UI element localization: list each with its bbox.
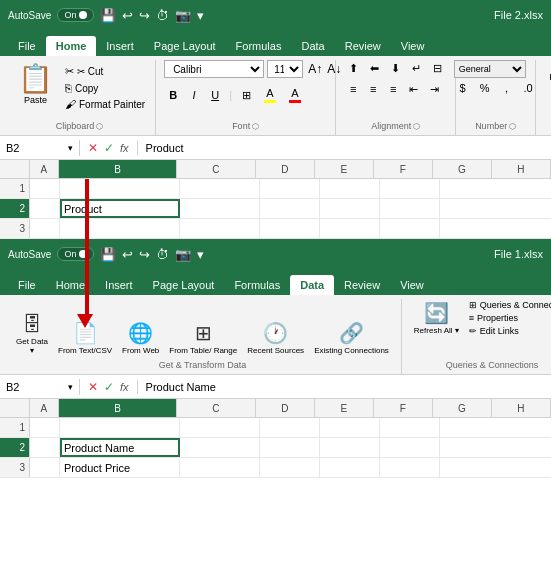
- font-size-select-1[interactable]: 11: [267, 60, 303, 78]
- row-num-3-1[interactable]: 3: [0, 219, 30, 238]
- cell-B3-2[interactable]: Product Price: [60, 458, 180, 477]
- row-num-3-2[interactable]: 3: [0, 458, 30, 477]
- copy-button-1[interactable]: ⎘ Copy: [63, 81, 147, 95]
- tab-insert-2[interactable]: Insert: [95, 275, 143, 295]
- undo-icon-2[interactable]: ↩: [122, 247, 133, 262]
- cell-E1-1[interactable]: [320, 179, 380, 198]
- font-color-button-1[interactable]: A: [284, 85, 306, 105]
- col-header-G-2[interactable]: G: [433, 399, 492, 417]
- col-header-F-2[interactable]: F: [374, 399, 433, 417]
- cell-B2-1[interactable]: Product: [60, 199, 180, 218]
- screenshot-icon-2[interactable]: 📷: [175, 247, 191, 262]
- tab-file-1[interactable]: File: [8, 36, 46, 56]
- cell-F2-2[interactable]: [380, 438, 440, 457]
- cell-C1-1[interactable]: [180, 179, 260, 198]
- number-expand-icon-1[interactable]: ⬡: [509, 122, 516, 131]
- properties-btn-2[interactable]: ≡ Properties: [467, 312, 551, 324]
- col-header-D-1[interactable]: D: [256, 160, 315, 178]
- align-bottom-btn-1[interactable]: ⬇: [386, 60, 405, 77]
- tab-formulas-2[interactable]: Formulas: [224, 275, 290, 295]
- cell-B2-2[interactable]: Product Name: [60, 438, 180, 457]
- cell-D2-1[interactable]: [260, 199, 320, 218]
- merge-btn-1[interactable]: ⊟: [428, 60, 447, 77]
- redo-icon-1[interactable]: ↪: [139, 8, 150, 23]
- col-header-A-1[interactable]: A: [30, 160, 60, 178]
- tab-pagelayout-1[interactable]: Page Layout: [144, 36, 226, 56]
- align-left-btn-1[interactable]: ≡: [344, 81, 362, 98]
- align-middle-btn-1[interactable]: ⬅: [365, 60, 384, 77]
- cell-C2-2[interactable]: [180, 438, 260, 457]
- cell-A1-1[interactable]: [30, 179, 60, 198]
- col-header-E-2[interactable]: E: [315, 399, 374, 417]
- col-header-H-2[interactable]: H: [492, 399, 551, 417]
- undo-icon-1[interactable]: ↩: [122, 8, 133, 23]
- down-icon-1[interactable]: ▾: [197, 8, 204, 23]
- cell-A1-2[interactable]: [30, 418, 60, 437]
- format-painter-button-1[interactable]: 🖌 Format Painter: [63, 97, 147, 111]
- from-table-btn-2[interactable]: ⊞ From Table/ Range: [165, 319, 241, 358]
- cell-F1-2[interactable]: [380, 418, 440, 437]
- cancel-formula-icon-2[interactable]: ✕: [88, 380, 98, 394]
- cell-F3-1[interactable]: [380, 219, 440, 238]
- cond-format-btn-1[interactable]: Cond.Format: [544, 60, 551, 84]
- cell-A2-1[interactable]: [30, 199, 60, 218]
- cell-C2-1[interactable]: [180, 199, 260, 218]
- col-header-B-1[interactable]: B: [59, 160, 177, 178]
- cell-F3-2[interactable]: [380, 458, 440, 477]
- font-increase-btn-1[interactable]: A↑: [306, 62, 324, 76]
- col-header-A-2[interactable]: A: [30, 399, 60, 417]
- font-name-select-1[interactable]: Calibri: [164, 60, 264, 78]
- col-header-C-1[interactable]: C: [177, 160, 256, 178]
- autosave-toggle-1[interactable]: On: [57, 8, 94, 22]
- tab-review-2[interactable]: Review: [334, 275, 390, 295]
- existing-connections-btn-2[interactable]: 🔗 Existing Connections: [310, 319, 393, 358]
- cell-D3-2[interactable]: [260, 458, 320, 477]
- tab-home-1[interactable]: Home: [46, 36, 97, 56]
- align-right-btn-1[interactable]: ≡: [384, 81, 402, 98]
- tab-view-1[interactable]: View: [391, 36, 435, 56]
- cell-F2-1[interactable]: [380, 199, 440, 218]
- cell-D1-2[interactable]: [260, 418, 320, 437]
- fx-icon-1[interactable]: fx: [120, 142, 129, 154]
- tab-data-1[interactable]: Data: [291, 36, 334, 56]
- cell-F1-1[interactable]: [380, 179, 440, 198]
- col-header-G-1[interactable]: G: [433, 160, 492, 178]
- confirm-formula-icon-2[interactable]: ✓: [104, 380, 114, 394]
- cell-A3-1[interactable]: [30, 219, 60, 238]
- row-num-2-2[interactable]: 2: [0, 438, 30, 457]
- queries-connections-btn-2[interactable]: ⊞ Queries & Connections: [467, 299, 551, 311]
- cell-A2-2[interactable]: [30, 438, 60, 457]
- tab-data-2[interactable]: Data: [290, 275, 334, 295]
- from-web-btn-2[interactable]: 🌐 From Web: [118, 319, 163, 358]
- comma-btn-1[interactable]: ,: [497, 80, 515, 96]
- save-icon-2[interactable]: 💾: [100, 247, 116, 262]
- cell-E3-2[interactable]: [320, 458, 380, 477]
- cut-button-1[interactable]: ✂ ✂ Cut: [63, 64, 147, 79]
- col-header-H-1[interactable]: H: [492, 160, 551, 178]
- cell-C3-2[interactable]: [180, 458, 260, 477]
- tab-review-1[interactable]: Review: [335, 36, 391, 56]
- cell-A3-2[interactable]: [30, 458, 60, 477]
- name-box-dropdown-1[interactable]: ▾: [68, 143, 73, 153]
- cell-D1-1[interactable]: [260, 179, 320, 198]
- cell-D2-2[interactable]: [260, 438, 320, 457]
- tab-insert-1[interactable]: Insert: [96, 36, 144, 56]
- fx-icon-2[interactable]: fx: [120, 381, 129, 393]
- cancel-formula-icon-1[interactable]: ✕: [88, 141, 98, 155]
- timer-icon-2[interactable]: ⏱: [156, 247, 169, 262]
- paste-button-1[interactable]: 📋 Paste: [12, 60, 59, 107]
- tab-file-2[interactable]: File: [8, 275, 46, 295]
- cell-B1-2[interactable]: [60, 418, 180, 437]
- cell-E1-2[interactable]: [320, 418, 380, 437]
- align-center-btn-1[interactable]: ≡: [364, 81, 382, 98]
- recent-sources-btn-2[interactable]: 🕐 Recent Sources: [243, 319, 308, 358]
- cell-B3-1[interactable]: [60, 219, 180, 238]
- screenshot-icon-1[interactable]: 📷: [175, 8, 191, 23]
- cell-E3-1[interactable]: [320, 219, 380, 238]
- row-num-1-2[interactable]: 1: [0, 418, 30, 437]
- fill-color-button-1[interactable]: A: [259, 85, 281, 105]
- col-header-B-2[interactable]: B: [59, 399, 177, 417]
- confirm-formula-icon-1[interactable]: ✓: [104, 141, 114, 155]
- redo-icon-2[interactable]: ↪: [139, 247, 150, 262]
- underline-button-1[interactable]: U: [206, 87, 224, 103]
